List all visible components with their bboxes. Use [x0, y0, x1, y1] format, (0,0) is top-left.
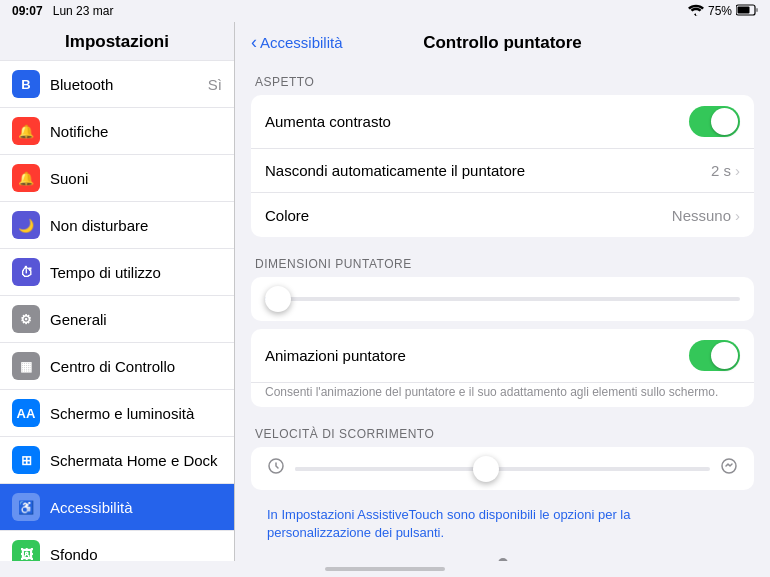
sidebar-item-icon-non-disturbare: 🌙: [12, 211, 40, 239]
svg-rect-2: [756, 8, 758, 12]
sidebar-item-label-centro-controllo: Centro di Controllo: [50, 358, 222, 375]
back-button[interactable]: ‹ Accessibilità: [251, 32, 343, 53]
row-aumenta-contrasto[interactable]: Aumenta contrasto: [251, 95, 754, 149]
velocity-fast-icon: [718, 457, 740, 480]
sidebar-item-non-disturbare[interactable]: 🌙Non disturbare: [0, 202, 234, 249]
sidebar-list: BBluetoothSì🔔Notifiche🔔Suoni🌙Non disturb…: [0, 60, 234, 561]
sidebar-item-centro-controllo[interactable]: ▦Centro di Controllo: [0, 343, 234, 390]
sidebar-item-label-generali: Generali: [50, 311, 222, 328]
sidebar-item-label-suoni: Suoni: [50, 170, 222, 187]
status-bar-right: 75%: [688, 4, 758, 19]
settings-content: ASPETTO Aumenta contrasto Nascondi autom…: [235, 63, 770, 561]
sidebar-item-label-tempo-utilizzo: Tempo di utilizzo: [50, 264, 222, 281]
sidebar-item-suoni[interactable]: 🔔Suoni: [0, 155, 234, 202]
chevron-icon-nascondi: ›: [735, 162, 740, 179]
row-label-nascondi: Nascondi automaticamente il puntatore: [265, 162, 711, 179]
sidebar-item-label-sfondo: Sfondo: [50, 546, 222, 562]
sidebar-item-generali[interactable]: ⚙Generali: [0, 296, 234, 343]
toggle-contrasto[interactable]: [689, 106, 740, 137]
velocity-slow-icon: [265, 457, 287, 480]
velocity-track: [295, 467, 710, 471]
sidebar-item-label-accessibilita: Accessibilità: [50, 499, 222, 516]
sidebar-item-tempo-utilizzo[interactable]: ⏱Tempo di utilizzo: [0, 249, 234, 296]
sidebar-item-sfondo[interactable]: 🖼Sfondo: [0, 531, 234, 561]
sidebar-item-label-home-dock: Schermata Home e Dock: [50, 452, 222, 469]
slider-container-dimensioni: [251, 277, 754, 321]
toggle-knob-animazioni: [711, 342, 738, 369]
slider-thumb-dimensioni[interactable]: [265, 286, 291, 312]
sidebar-item-icon-sfondo: 🖼: [12, 540, 40, 561]
toggle-knob-contrasto: [711, 108, 738, 135]
row-value-nascondi: 2 s: [711, 162, 731, 179]
row-label-colore: Colore: [265, 207, 672, 224]
status-bar: 09:07 Lun 23 mar 75%: [0, 0, 770, 22]
row-label-contrasto: Aumenta contrasto: [265, 113, 689, 130]
link-assistivetouch[interactable]: In Impostazioni AssistiveTouch sono disp…: [251, 498, 754, 550]
settings-group-animazioni: Animazioni puntatore Consenti l'animazio…: [251, 329, 754, 407]
sidebar-item-icon-bluetooth: B: [12, 70, 40, 98]
chevron-icon-colore: ›: [735, 207, 740, 224]
sidebar-item-home-dock[interactable]: ⊞Schermata Home e Dock: [0, 437, 234, 484]
row-animazioni[interactable]: Animazioni puntatore: [251, 329, 754, 383]
sidebar-item-bluetooth[interactable]: BBluetoothSì: [0, 60, 234, 108]
sidebar-item-icon-home-dock: ⊞: [12, 446, 40, 474]
page-title: Controllo puntatore: [423, 33, 582, 53]
status-time: 09:07: [12, 4, 43, 18]
svg-rect-1: [738, 6, 750, 13]
content-header: ‹ Accessibilità Controllo puntatore: [235, 22, 770, 63]
sidebar-item-icon-tempo-utilizzo: ⏱: [12, 258, 40, 286]
sidebar-item-icon-suoni: 🔔: [12, 164, 40, 192]
main-layout: Impostazioni BBluetoothSì🔔Notifiche🔔Suon…: [0, 22, 770, 561]
bottom-bar: [0, 561, 770, 577]
velocity-fill: [295, 467, 482, 471]
status-bar-left: 09:07 Lun 23 mar: [12, 4, 113, 18]
settings-group-velocita: [251, 447, 754, 490]
slider-track-dimensioni: [265, 297, 740, 301]
toggle-animazioni[interactable]: [689, 340, 740, 371]
velocity-slider-row[interactable]: [251, 447, 754, 490]
home-indicator: [325, 567, 445, 571]
slider-dimensioni[interactable]: [265, 297, 740, 301]
sidebar-title: Impostazioni: [0, 22, 234, 60]
sidebar-item-icon-schermo: AA: [12, 399, 40, 427]
sidebar-item-notifiche[interactable]: 🔔Notifiche: [0, 108, 234, 155]
sidebar-item-icon-generali: ⚙: [12, 305, 40, 333]
section-label-aspetto: ASPETTO: [251, 63, 754, 95]
sidebar-item-icon-centro-controllo: ▦: [12, 352, 40, 380]
sidebar-item-value-bluetooth: Sì: [208, 76, 222, 93]
back-label: Accessibilità: [260, 34, 343, 51]
battery-text: 75%: [708, 4, 732, 18]
sidebar-item-schermo[interactable]: AASchermo e luminosità: [0, 390, 234, 437]
wifi-icon: [688, 4, 704, 19]
sidebar-item-label-bluetooth: Bluetooth: [50, 76, 198, 93]
settings-group-aspetto: Aumenta contrasto Nascondi automaticamen…: [251, 95, 754, 237]
sidebar-item-icon-accessibilita: ♿: [12, 493, 40, 521]
section-label-dimensioni: DIMENSIONI PUNTATORE: [251, 245, 754, 277]
sidebar-item-label-notifiche: Notifiche: [50, 123, 222, 140]
section-label-velocita: VELOCITÀ DI SCORRIMENTO: [251, 415, 754, 447]
row-value-colore: Nessuno: [672, 207, 731, 224]
content-area: ‹ Accessibilità Controllo puntatore ASPE…: [235, 22, 770, 561]
status-day: Lun 23 mar: [53, 4, 114, 18]
sidebar-item-label-schermo: Schermo e luminosità: [50, 405, 222, 422]
battery-icon: [736, 4, 758, 19]
back-chevron-icon: ‹: [251, 32, 257, 53]
row-colore[interactable]: Colore Nessuno ›: [251, 193, 754, 237]
sidebar-item-accessibilita[interactable]: ♿Accessibilità: [0, 484, 234, 531]
sidebar-item-icon-notifiche: 🔔: [12, 117, 40, 145]
row-label-animazioni: Animazioni puntatore: [265, 347, 689, 364]
velocity-thumb[interactable]: [473, 456, 499, 482]
row-nascondi-puntatore[interactable]: Nascondi automaticamente il puntatore 2 …: [251, 149, 754, 193]
sidebar-item-label-non-disturbare: Non disturbare: [50, 217, 222, 234]
description-animazioni: Consenti l'animazione del puntatore e il…: [251, 383, 754, 407]
sidebar: Impostazioni BBluetoothSì🔔Notifiche🔔Suon…: [0, 22, 235, 561]
